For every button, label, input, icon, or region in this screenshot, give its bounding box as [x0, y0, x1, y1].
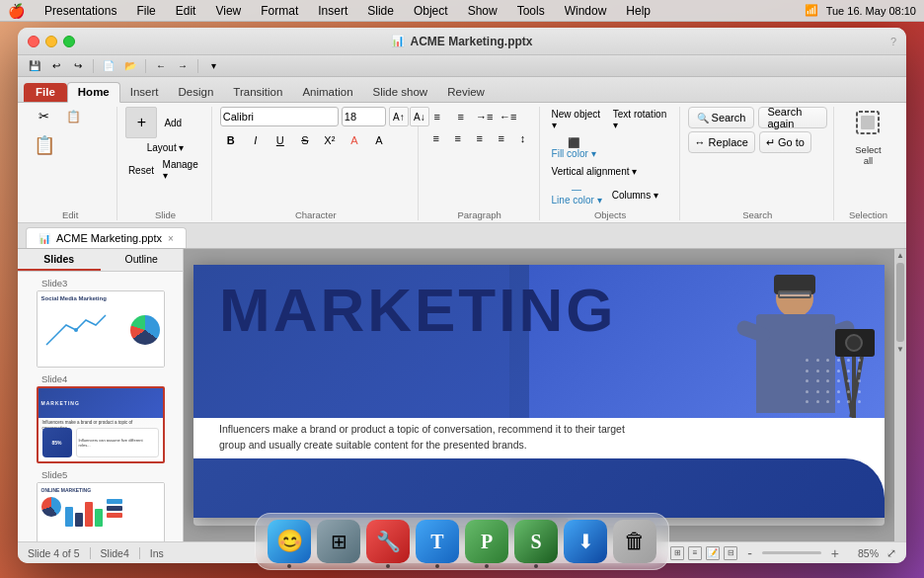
menubar-show[interactable]: Show	[464, 3, 501, 19]
open-qt-btn[interactable]: 📂	[121, 57, 139, 75]
new-qt-btn[interactable]: 📄	[100, 57, 117, 75]
menubar-insert[interactable]: Insert	[314, 3, 351, 19]
task-planner-icon[interactable]: T	[416, 520, 459, 563]
menubar-object[interactable]: Object	[410, 3, 452, 19]
trash-icon[interactable]: 🗑	[613, 520, 656, 563]
manage-btn[interactable]: Manage ▾	[159, 157, 205, 183]
menubar-slide[interactable]: Slide	[363, 3, 398, 19]
zoom-fit-icon[interactable]: ⤢	[886, 546, 896, 560]
outline-view-btn[interactable]: ≡	[688, 546, 702, 560]
save-qt-btn[interactable]: 💾	[26, 57, 43, 75]
strikethrough-btn[interactable]: S	[294, 130, 316, 150]
more-qt-btn[interactable]: ▾	[204, 57, 222, 75]
slide-5-thumb[interactable]: ONLINE MARKETING	[37, 482, 165, 541]
fill-color-btn[interactable]: ⬛ Fill color ▾	[548, 135, 600, 161]
italic-btn[interactable]: I	[245, 130, 267, 150]
indent-increase-btn[interactable]: →≡	[474, 107, 496, 126]
scroll-up-arrow[interactable]: ▲	[896, 251, 904, 260]
slides-tab-slides[interactable]: Slides	[18, 249, 101, 271]
align-left-btn[interactable]: ≡	[426, 128, 446, 148]
zoom-plus[interactable]: +	[829, 545, 841, 561]
sheets-icon[interactable]: S	[514, 520, 558, 563]
menubar-help[interactable]: Help	[622, 3, 654, 19]
scroll-thumb[interactable]	[896, 263, 904, 342]
indent-decrease-btn[interactable]: ←≡	[498, 107, 519, 126]
tab-file[interactable]: File	[24, 83, 67, 102]
slide-3-thumb[interactable]: Social Media Marketing	[37, 290, 165, 368]
doc-tab-marketing[interactable]: 📊 ACME Marketing.pptx ×	[26, 227, 187, 248]
menubar-view[interactable]: View	[211, 3, 245, 19]
maximize-button[interactable]	[63, 36, 75, 47]
replace-button[interactable]: ↔ Replace	[688, 131, 755, 153]
slide-sorter-btn[interactable]: ⊟	[724, 546, 737, 560]
arrow-right-qt[interactable]: →	[174, 57, 192, 75]
slide-canvas[interactable]: MARKETING	[193, 265, 885, 518]
paste-btn[interactable]: 📋	[30, 127, 59, 163]
right-scrollbar[interactable]: ▲ ▼	[894, 249, 906, 541]
menubar-tools[interactable]: Tools	[513, 3, 549, 19]
reset-btn[interactable]: Reset	[125, 163, 156, 178]
font-color-btn[interactable]: A	[344, 130, 365, 150]
apple-menu[interactable]: 🍎	[8, 3, 25, 19]
search-button[interactable]: 🔍 Search	[688, 107, 755, 128]
menubar-file[interactable]: File	[132, 3, 159, 19]
slide-4-thumb[interactable]: MARKETING Influencers make a brand or pr…	[37, 386, 165, 463]
tab-transition[interactable]: Transition	[223, 83, 292, 102]
new-slide-btn[interactable]: +	[125, 107, 157, 138]
text-rotation-btn[interactable]: Text rotation ▾	[609, 107, 673, 132]
highlight-btn[interactable]: A	[368, 130, 390, 150]
select-all-button[interactable]: Select all	[848, 107, 887, 169]
vertical-align-btn[interactable]: Vertical alignment ▾	[548, 164, 642, 179]
cut-btn[interactable]: ✂	[30, 107, 57, 125]
slide-item-4[interactable]: Slide4 MARKETING Influencers make a bran…	[22, 373, 179, 463]
tab-home[interactable]: Home	[67, 82, 120, 103]
shadow-btn[interactable]: X²	[319, 130, 341, 150]
minimize-button[interactable]	[45, 36, 57, 47]
tab-insert[interactable]: Insert	[120, 83, 169, 102]
scroll-down-arrow[interactable]: ▼	[896, 345, 904, 354]
zoom-slider[interactable]	[762, 551, 821, 554]
download-icon[interactable]: ⬇	[564, 520, 607, 563]
goto-button[interactable]: ↵ Go to	[759, 131, 811, 153]
new-object-btn[interactable]: New object ▾	[548, 107, 607, 132]
add-slide-btn[interactable]: Add	[159, 116, 187, 130]
columns-btn[interactable]: Columns ▾	[608, 188, 662, 203]
close-button[interactable]	[28, 36, 39, 47]
font-increase-btn[interactable]: A↑	[389, 107, 409, 126]
slide-item-5[interactable]: Slide5 ONLINE MARKETING	[22, 469, 179, 541]
launchpad-icon[interactable]: ⊞	[317, 520, 360, 563]
menubar-window[interactable]: Window	[561, 3, 611, 19]
font-size-input[interactable]	[342, 107, 386, 126]
notes-view-btn[interactable]: 📝	[706, 546, 720, 560]
bold-btn[interactable]: B	[220, 130, 242, 150]
slide-item-3[interactable]: Slide3 Social Media Marketing	[22, 278, 179, 368]
list-numbers-btn[interactable]: ≡	[450, 107, 472, 126]
tab-design[interactable]: Design	[169, 83, 224, 102]
tab-slideshow[interactable]: Slide show	[363, 83, 438, 102]
search-again-button[interactable]: Search again	[758, 107, 827, 128]
tab-animation[interactable]: Animation	[292, 83, 362, 102]
finder-icon[interactable]: 😊	[268, 520, 311, 563]
undo-qt-btn[interactable]: ↩	[47, 57, 65, 75]
presentations-icon[interactable]: P	[465, 520, 508, 563]
tab-review[interactable]: Review	[437, 83, 495, 102]
underline-btn[interactable]: U	[270, 130, 291, 150]
layout-btn[interactable]: Layout ▾	[143, 140, 189, 155]
align-right-btn[interactable]: ≡	[470, 128, 490, 148]
line-spacing-btn[interactable]: ↕	[513, 128, 533, 148]
font-name-input[interactable]	[220, 107, 339, 126]
help-btn[interactable]: ?	[890, 36, 896, 47]
toolbox-icon[interactable]: 🔧	[366, 520, 410, 563]
zoom-minus[interactable]: -	[745, 545, 754, 561]
line-color-btn[interactable]: — Line color ▾	[548, 182, 606, 207]
align-center-btn[interactable]: ≡	[448, 128, 468, 148]
slides-tab-outline[interactable]: Outline	[101, 249, 184, 271]
copy-btn[interactable]: 📋	[59, 107, 87, 125]
list-bullets-btn[interactable]: ≡	[426, 107, 448, 126]
menubar-edit[interactable]: Edit	[172, 3, 200, 19]
menubar-presentations[interactable]: Presentations	[40, 3, 120, 19]
redo-qt-btn[interactable]: ↪	[69, 57, 87, 75]
doc-tab-close[interactable]: ×	[168, 233, 174, 244]
normal-view-btn[interactable]: ⊞	[670, 546, 684, 560]
arrow-left-qt[interactable]: ←	[152, 57, 170, 75]
